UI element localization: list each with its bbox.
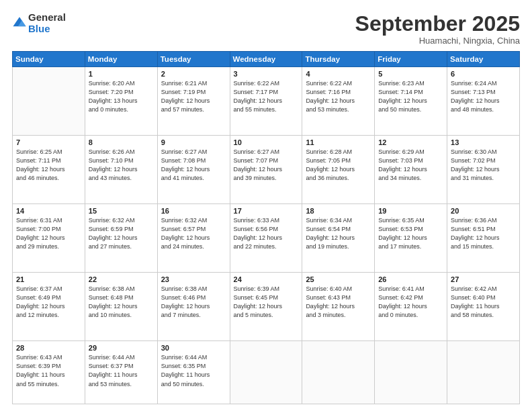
day-number: 17 (234, 207, 299, 215)
calendar-cell: 25Sunrise: 6:40 AMSunset: 6:43 PMDayligh… (302, 273, 375, 341)
day-number: 8 (89, 138, 154, 146)
calendar-cell: 13Sunrise: 6:30 AMSunset: 7:02 PMDayligh… (447, 136, 520, 204)
day-info: Sunrise: 6:42 AMSunset: 6:40 PMDaylight:… (451, 285, 516, 320)
day-info: Sunrise: 6:30 AMSunset: 7:02 PMDaylight:… (451, 148, 516, 183)
day-number: 20 (451, 207, 516, 215)
day-info: Sunrise: 6:36 AMSunset: 6:51 PMDaylight:… (451, 216, 516, 251)
day-info: Sunrise: 6:35 AMSunset: 6:53 PMDaylight:… (378, 216, 443, 251)
calendar-cell: 3Sunrise: 6:22 AMSunset: 7:17 PMDaylight… (230, 67, 302, 136)
header: General Blue September 2025 Huamachi, Ni… (12, 12, 520, 46)
day-info: Sunrise: 6:41 AMSunset: 6:42 PMDaylight:… (378, 285, 443, 320)
day-info: Sunrise: 6:21 AMSunset: 7:19 PMDaylight:… (161, 79, 226, 114)
calendar-cell: 9Sunrise: 6:27 AMSunset: 7:08 PMDaylight… (157, 136, 230, 204)
day-info: Sunrise: 6:29 AMSunset: 7:03 PMDaylight:… (378, 148, 443, 183)
day-number: 18 (306, 207, 371, 215)
calendar-cell: 23Sunrise: 6:38 AMSunset: 6:46 PMDayligh… (157, 273, 230, 341)
calendar-cell: 17Sunrise: 6:33 AMSunset: 6:56 PMDayligh… (230, 204, 302, 273)
day-number: 21 (16, 275, 81, 283)
title-block: September 2025 Huamachi, Ningxia, China (355, 12, 520, 46)
calendar-header-row: Sunday Monday Tuesday Wednesday Thursday… (13, 52, 520, 67)
col-wednesday: Wednesday (230, 52, 302, 67)
calendar-cell: 5Sunrise: 6:23 AMSunset: 7:14 PMDaylight… (375, 67, 447, 136)
calendar-cell: 29Sunrise: 6:44 AMSunset: 6:37 PMDayligh… (85, 341, 157, 404)
day-info: Sunrise: 6:22 AMSunset: 7:17 PMDaylight:… (234, 79, 299, 114)
day-number: 27 (451, 275, 516, 283)
calendar-cell: 24Sunrise: 6:39 AMSunset: 6:45 PMDayligh… (230, 273, 302, 341)
col-monday: Monday (85, 52, 157, 67)
day-info: Sunrise: 6:34 AMSunset: 6:54 PMDaylight:… (306, 216, 371, 251)
calendar-cell: 2Sunrise: 6:21 AMSunset: 7:19 PMDaylight… (157, 67, 230, 136)
day-number: 7 (16, 138, 81, 146)
calendar-cell: 7Sunrise: 6:25 AMSunset: 7:11 PMDaylight… (13, 136, 85, 204)
col-friday: Friday (375, 52, 447, 67)
day-info: Sunrise: 6:27 AMSunset: 7:08 PMDaylight:… (161, 148, 226, 183)
calendar-cell (13, 67, 85, 136)
day-info: Sunrise: 6:27 AMSunset: 7:07 PMDaylight:… (234, 148, 299, 183)
location-subtitle: Huamachi, Ningxia, China (355, 36, 520, 46)
calendar-cell: 30Sunrise: 6:44 AMSunset: 6:35 PMDayligh… (157, 341, 230, 404)
day-number: 16 (161, 207, 226, 215)
day-info: Sunrise: 6:23 AMSunset: 7:14 PMDaylight:… (378, 79, 443, 114)
calendar-cell: 28Sunrise: 6:43 AMSunset: 6:39 PMDayligh… (13, 341, 85, 404)
day-number: 6 (451, 70, 516, 78)
day-info: Sunrise: 6:24 AMSunset: 7:13 PMDaylight:… (451, 79, 516, 114)
day-info: Sunrise: 6:28 AMSunset: 7:05 PMDaylight:… (306, 148, 371, 183)
day-number: 24 (234, 275, 299, 283)
col-thursday: Thursday (302, 52, 375, 67)
calendar-cell: 22Sunrise: 6:38 AMSunset: 6:48 PMDayligh… (85, 273, 157, 341)
day-number: 29 (89, 344, 154, 352)
logo-text: General Blue (28, 12, 66, 34)
day-number: 30 (161, 344, 226, 352)
day-info: Sunrise: 6:40 AMSunset: 6:43 PMDaylight:… (306, 285, 371, 320)
day-number: 1 (89, 70, 154, 78)
day-info: Sunrise: 6:20 AMSunset: 7:20 PMDaylight:… (89, 79, 154, 114)
page: General Blue September 2025 Huamachi, Ni… (0, 0, 532, 411)
day-info: Sunrise: 6:32 AMSunset: 6:57 PMDaylight:… (161, 216, 226, 251)
day-info: Sunrise: 6:44 AMSunset: 6:35 PMDaylight:… (161, 353, 226, 388)
day-info: Sunrise: 6:25 AMSunset: 7:11 PMDaylight:… (16, 148, 81, 183)
calendar-cell: 8Sunrise: 6:26 AMSunset: 7:10 PMDaylight… (85, 136, 157, 204)
calendar-cell: 16Sunrise: 6:32 AMSunset: 6:57 PMDayligh… (157, 204, 230, 273)
calendar-cell: 1Sunrise: 6:20 AMSunset: 7:20 PMDaylight… (85, 67, 157, 136)
col-tuesday: Tuesday (157, 52, 230, 67)
day-info: Sunrise: 6:38 AMSunset: 6:48 PMDaylight:… (89, 285, 154, 320)
calendar-cell: 12Sunrise: 6:29 AMSunset: 7:03 PMDayligh… (375, 136, 447, 204)
day-info: Sunrise: 6:37 AMSunset: 6:49 PMDaylight:… (16, 285, 81, 320)
calendar-cell (375, 341, 447, 404)
day-number: 26 (378, 275, 443, 283)
day-info: Sunrise: 6:44 AMSunset: 6:37 PMDaylight:… (89, 353, 154, 388)
day-number: 5 (378, 70, 443, 78)
day-info: Sunrise: 6:33 AMSunset: 6:56 PMDaylight:… (234, 216, 299, 251)
col-sunday: Sunday (13, 52, 85, 67)
calendar-cell: 4Sunrise: 6:22 AMSunset: 7:16 PMDaylight… (302, 67, 375, 136)
logo-icon (12, 15, 27, 30)
logo-blue-text: Blue (28, 24, 66, 35)
day-number: 2 (161, 70, 226, 78)
logo: General Blue (12, 12, 66, 34)
calendar-cell (302, 341, 375, 404)
calendar-cell: 14Sunrise: 6:31 AMSunset: 7:00 PMDayligh… (13, 204, 85, 273)
col-saturday: Saturday (447, 52, 520, 67)
day-number: 9 (161, 138, 226, 146)
day-number: 3 (234, 70, 299, 78)
day-number: 25 (306, 275, 371, 283)
calendar-cell: 18Sunrise: 6:34 AMSunset: 6:54 PMDayligh… (302, 204, 375, 273)
month-title: September 2025 (355, 12, 520, 36)
day-number: 22 (89, 275, 154, 283)
calendar-table: Sunday Monday Tuesday Wednesday Thursday… (12, 51, 520, 404)
day-number: 12 (378, 138, 443, 146)
day-number: 23 (161, 275, 226, 283)
day-info: Sunrise: 6:43 AMSunset: 6:39 PMDaylight:… (16, 353, 81, 388)
day-number: 28 (16, 344, 81, 352)
day-number: 13 (451, 138, 516, 146)
calendar-cell: 21Sunrise: 6:37 AMSunset: 6:49 PMDayligh… (13, 273, 85, 341)
calendar-cell: 20Sunrise: 6:36 AMSunset: 6:51 PMDayligh… (447, 204, 520, 273)
day-number: 4 (306, 70, 371, 78)
calendar-cell: 11Sunrise: 6:28 AMSunset: 7:05 PMDayligh… (302, 136, 375, 204)
day-info: Sunrise: 6:32 AMSunset: 6:59 PMDaylight:… (89, 216, 154, 251)
day-info: Sunrise: 6:39 AMSunset: 6:45 PMDaylight:… (234, 285, 299, 320)
calendar-cell (447, 341, 520, 404)
day-number: 10 (234, 138, 299, 146)
calendar-cell: 15Sunrise: 6:32 AMSunset: 6:59 PMDayligh… (85, 204, 157, 273)
calendar-cell: 27Sunrise: 6:42 AMSunset: 6:40 PMDayligh… (447, 273, 520, 341)
